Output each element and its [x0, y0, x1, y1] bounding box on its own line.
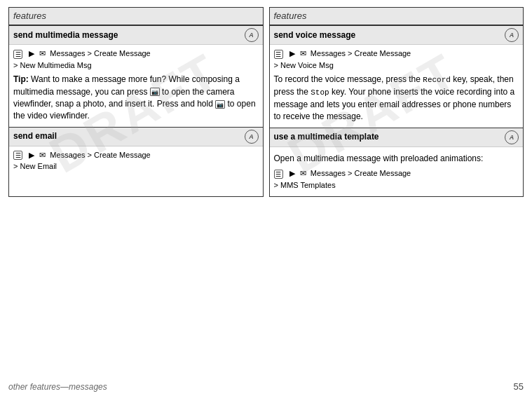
footer-page-number: 55 [514, 381, 524, 392]
section-header-text-voice: send voice message [274, 29, 505, 41]
right-table-header: features [270, 8, 524, 25]
right-feature-table: features send voice message A ☰ ▶ ✉ Mess… [269, 7, 524, 197]
section-header-send-voice: send voice message A [270, 26, 524, 45]
accessibility-icon-template: A [505, 130, 519, 144]
menu-icon-voice: ☰ [274, 50, 283, 59]
accessibility-icon-multimedia: A [245, 28, 259, 42]
section-header-text: send multimedia message [13, 29, 245, 41]
section-multimedia-template: use a multimedia template A Open a multi… [270, 128, 524, 196]
menu-path-email-2: > New Email [13, 161, 259, 172]
section-header-template: use a multimedia template A [270, 128, 524, 147]
menu-path-template-block: ☰ ▶ ✉ Messages > Create Message > MMS Te… [274, 168, 519, 191]
page-footer: other features—messages 55 [0, 377, 532, 396]
footer-left-text: other features—messages [8, 382, 107, 392]
accessibility-icon-email: A [245, 130, 259, 144]
tables-row: features send multimedia message A ☰ ▶ ✉… [0, 0, 532, 197]
section-body-multimedia: ☰ ▶ ✉ Messages > Create Message > New Mu… [9, 45, 263, 127]
menu-icon-template: ☰ [274, 170, 283, 179]
section-header-text-email: send email [13, 130, 245, 142]
left-feature-table: features send multimedia message A ☰ ▶ ✉… [8, 7, 264, 197]
stop-word: Stop [311, 88, 329, 97]
menu-path-voice-1: ☰ ▶ ✉ Messages > Create Message [274, 48, 519, 60]
voice-description: To record the voice message, press the R… [274, 74, 519, 123]
menu-path-template-2: > MMS Templates [274, 179, 519, 191]
section-body-email: ☰ ▶ ✉ Messages > Create Message > New Em… [9, 146, 263, 177]
section-body-voice: ☰ ▶ ✉ Messages > Create Message > New Vo… [270, 45, 524, 128]
section-header-text-template: use a multimedia template [274, 131, 505, 143]
menu-path-template-1: ☰ ▶ ✉ Messages > Create Message [274, 168, 519, 179]
section-send-email: send email A ☰ ▶ ✉ Messages > Create Mes… [9, 127, 263, 177]
section-header-send-email: send email A [9, 128, 263, 146]
section-send-voice: send voice message A ☰ ▶ ✉ Messages > Cr… [270, 25, 524, 128]
menu-path-email-1: ☰ ▶ ✉ Messages > Create Message [13, 149, 259, 161]
menu-path-multimedia-1: ☰ ▶ ✉ Messages > Create Message [13, 48, 259, 60]
camera-icon-2: 📷 [215, 100, 225, 109]
section-body-template: Open a multimedia message with preloaded… [270, 147, 524, 196]
tip-label: Tip: [13, 74, 29, 84]
section-send-multimedia: send multimedia message A ☰ ▶ ✉ Messages… [9, 25, 263, 127]
template-description: Open a multimedia message with preloaded… [274, 153, 519, 165]
menu-path-voice-2: > New Voice Msg [274, 60, 519, 71]
camera-icon-1: 📷 [150, 88, 160, 96]
menu-icon-email: ☰ [13, 151, 22, 160]
tip-text: Tip: Want to make a message more fun? Wh… [13, 74, 259, 123]
menu-icon: ☰ [13, 50, 22, 59]
left-table-header: features [9, 8, 263, 25]
record-word: Record [423, 76, 451, 84]
accessibility-icon-voice: A [505, 28, 519, 42]
menu-path-multimedia-2: > New Multimedia Msg [13, 60, 259, 71]
section-header-send-multimedia: send multimedia message A [9, 26, 263, 45]
